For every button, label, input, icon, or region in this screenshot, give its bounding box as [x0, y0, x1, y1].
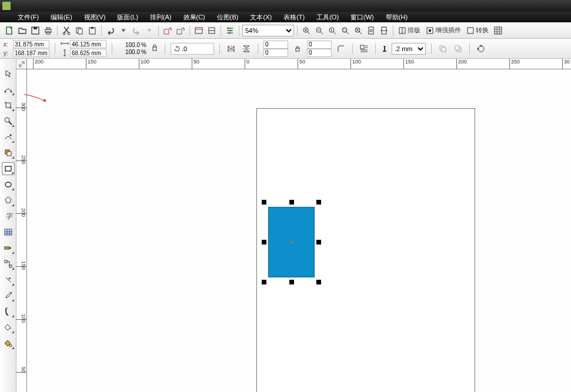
corner-style-button[interactable] — [335, 43, 347, 55]
undo-dropdown[interactable] — [118, 25, 129, 36]
fill-tool[interactable] — [2, 321, 15, 334]
menu-file[interactable]: 文件(F) — [12, 13, 45, 22]
interactive-fill-tool[interactable] — [2, 337, 15, 350]
redo-button[interactable] — [131, 25, 142, 36]
corner-a-group: 0 0 — [263, 41, 288, 57]
menu-window[interactable]: 窗口(W) — [345, 13, 380, 22]
menu-tools[interactable]: 工具(O) — [310, 13, 345, 22]
enhance-plugin-button[interactable]: 增强插件 — [424, 26, 463, 35]
rectangle-tool[interactable] — [2, 162, 15, 175]
stroke-width-select[interactable]: .2 mm — [392, 43, 426, 55]
open-button[interactable] — [16, 25, 28, 36]
rotation-group[interactable] — [171, 43, 214, 55]
eyedropper-tool[interactable] — [2, 289, 15, 302]
rotation-input[interactable] — [182, 45, 211, 52]
smart-fill-tool[interactable] — [2, 146, 15, 159]
undo-button[interactable] — [105, 25, 116, 36]
copy-button[interactable] — [74, 25, 85, 36]
y-input[interactable] — [13, 49, 49, 57]
menu-help[interactable]: 帮助(H) — [380, 13, 413, 22]
ruler-origin[interactable] — [16, 59, 27, 69]
new-button[interactable] — [4, 25, 15, 36]
export-button[interactable] — [175, 25, 186, 36]
selection-handle-s[interactable] — [289, 280, 294, 284]
svg-text:1: 1 — [330, 28, 333, 32]
zoom-width-button[interactable] — [378, 25, 390, 36]
crop-tool[interactable] — [2, 99, 15, 112]
polygon-tool[interactable] — [2, 194, 15, 207]
freehand-tool[interactable] — [2, 130, 15, 143]
print-button[interactable] — [42, 25, 54, 36]
corner-lock-button[interactable] — [292, 43, 303, 55]
convert-curves-button[interactable] — [475, 43, 487, 55]
selection-center[interactable]: ✕ — [290, 240, 295, 245]
shape-tool[interactable] — [2, 83, 15, 96]
save-button[interactable] — [29, 25, 41, 36]
zoom-tool[interactable] — [2, 115, 15, 128]
text-tool[interactable]: 字 — [2, 210, 15, 223]
table-tool[interactable] — [2, 226, 15, 239]
grid-button[interactable] — [492, 25, 504, 36]
canvas-area[interactable]: ✕ — [27, 69, 571, 392]
corner-a-bottom[interactable]: 0 — [263, 49, 288, 57]
vertical-ruler[interactable]: 300 250 200 150 100 50 — [16, 69, 27, 392]
corner-b-top[interactable]: 0 — [307, 41, 332, 49]
import-button[interactable] — [162, 25, 173, 36]
zoom-page-button[interactable] — [365, 25, 377, 36]
pick-tool[interactable] — [2, 67, 15, 80]
to-back-button[interactable] — [452, 43, 464, 55]
cut-button[interactable] — [61, 25, 72, 36]
menu-table[interactable]: 表格(T) — [278, 13, 310, 22]
options-button[interactable] — [224, 25, 236, 36]
menu-text[interactable]: 文本(X) — [244, 13, 278, 22]
corner-b-bottom[interactable]: 0 — [307, 49, 332, 57]
menu-effects[interactable]: 效果(C) — [178, 13, 211, 22]
menu-view[interactable]: 视图(V) — [78, 13, 112, 22]
x-input[interactable] — [13, 40, 49, 48]
selection-handle-e[interactable] — [316, 240, 321, 244]
zoom-all-button[interactable] — [352, 25, 364, 36]
menu-edit[interactable]: 编辑(E) — [45, 13, 78, 22]
svg-point-61 — [11, 292, 12, 293]
effects-tool[interactable] — [2, 273, 15, 286]
app-launcher-button[interactable] — [193, 25, 205, 36]
redo-dropdown[interactable] — [143, 25, 155, 36]
separator — [431, 43, 432, 54]
height-input[interactable] — [70, 49, 106, 57]
width-input[interactable] — [70, 40, 106, 48]
selection-handle-se[interactable] — [316, 280, 321, 284]
menu-arrange[interactable]: 排列(A) — [144, 13, 178, 22]
connector-tool[interactable] — [2, 257, 15, 270]
zoom-in-button[interactable] — [300, 25, 312, 36]
svg-point-50 — [5, 118, 9, 122]
mirror-v-button[interactable] — [241, 43, 252, 55]
corner-a-top[interactable]: 0 — [263, 41, 288, 49]
selection-handle-ne[interactable] — [316, 200, 321, 205]
selection-handle-n[interactable] — [289, 200, 294, 205]
dimension-tool[interactable] — [2, 242, 15, 254]
svg-rect-14 — [195, 28, 202, 33]
paste-button[interactable] — [86, 25, 98, 36]
scale-x-value[interactable]: 100.0 — [118, 42, 140, 48]
mirror-h-button[interactable] — [225, 43, 237, 55]
welcome-button[interactable] — [206, 25, 218, 36]
transform-button[interactable]: 转换 — [465, 26, 491, 35]
horizontal-ruler[interactable]: 200 150 100 50 0 50 100 150 200 250 30 — [16, 59, 571, 69]
zoom-selection-button[interactable] — [339, 25, 351, 36]
ellipse-tool[interactable] — [2, 178, 15, 191]
layout-button[interactable]: 排版 — [396, 26, 423, 35]
menu-layout[interactable]: 版面(L) — [111, 13, 143, 22]
to-front-button[interactable] — [437, 43, 449, 55]
zoom-out-button[interactable] — [313, 25, 325, 36]
selection-handle-sw[interactable] — [262, 280, 266, 284]
zoom-select[interactable]: 54% — [242, 25, 294, 36]
selection-handle-nw[interactable] — [262, 200, 266, 205]
ruler-v-tick: 250 — [16, 155, 26, 161]
selection-handle-w[interactable] — [262, 240, 266, 244]
wrap-text-button[interactable] — [358, 43, 370, 55]
scale-y-value[interactable]: 100.0 — [118, 49, 140, 55]
lock-ratio-button[interactable] — [150, 41, 159, 57]
menu-bitmap[interactable]: 位图(B) — [211, 13, 245, 22]
outline-tool[interactable] — [2, 305, 15, 318]
zoom-actual-button[interactable]: 1 — [326, 25, 338, 36]
